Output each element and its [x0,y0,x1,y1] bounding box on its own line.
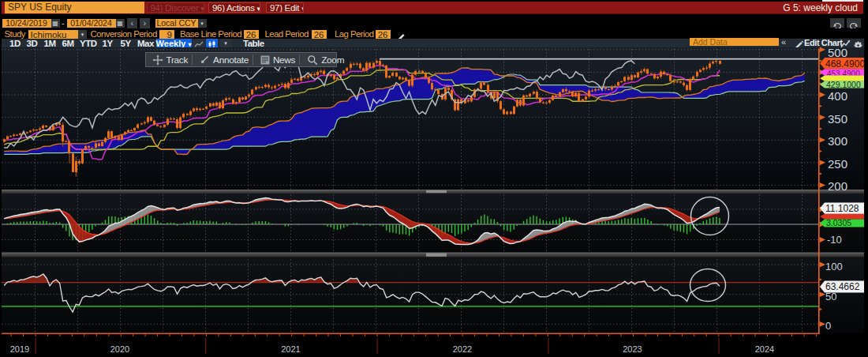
svg-text:63.4662: 63.4662 [825,281,860,292]
svg-text:11.1028: 11.1028 [825,203,859,214]
svg-text:250: 250 [828,157,847,171]
svg-text:3.0305: 3.0305 [826,218,851,227]
svg-text:2020: 2020 [110,344,129,354]
svg-text:0: 0 [825,320,831,332]
svg-text:2024: 2024 [755,344,774,354]
svg-text:400: 400 [828,89,847,103]
svg-text:-10: -10 [827,234,842,246]
svg-text:2023: 2023 [623,344,642,354]
svg-text:2019: 2019 [10,344,29,354]
svg-text:2022: 2022 [453,344,472,354]
svg-text:468.4900: 468.4900 [825,58,865,70]
svg-text:100: 100 [825,261,843,272]
svg-text:200: 200 [828,179,847,193]
svg-text:350: 350 [828,112,847,126]
svg-text:2021: 2021 [281,344,300,354]
svg-text:300: 300 [828,134,847,148]
svg-text:500: 500 [828,46,847,59]
svg-text:429.1000: 429.1000 [826,80,861,89]
